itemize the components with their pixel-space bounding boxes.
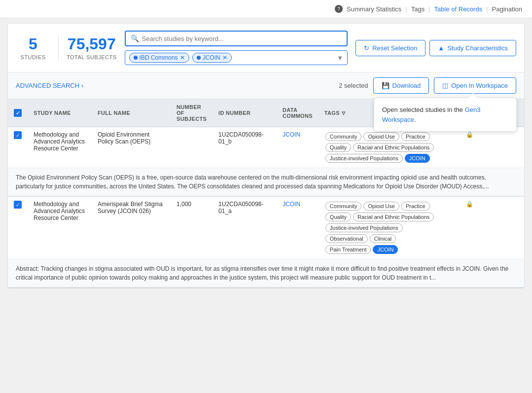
- row2-full-name: Amerispeak Brief Stigma Survey (JCOIN 02…: [92, 196, 171, 259]
- row2-tags-cell: Community Opioid Use Practice Quality Ra…: [319, 196, 444, 259]
- nav-tags[interactable]: Tags: [411, 5, 425, 13]
- row1-full-name: Opioid Environment Policy Scan (OEPS): [92, 127, 171, 168]
- th-study-name-label: STUDY NAME: [34, 110, 71, 116]
- row1-tags: Community Opioid Use Practice Quality Ra…: [324, 131, 438, 164]
- tag-jcoin-1[interactable]: JCOIN: [405, 154, 430, 163]
- tag-racial-1[interactable]: Racial and Ethnic Populations: [353, 143, 434, 152]
- table-row: ✓ Methodology and Advanced Analytics Res…: [8, 127, 524, 168]
- row1-lock-icon: 🔒: [444, 127, 495, 168]
- nav-pagination[interactable]: Pagination: [492, 5, 522, 13]
- th-checkbox[interactable]: ✓: [8, 99, 28, 127]
- filter-tag-ibd-label: IBD Commons: [140, 54, 178, 61]
- workspace-icon: ◫: [442, 82, 448, 89]
- row2-data-commons[interactable]: JCOIN: [277, 196, 319, 259]
- row1-description: The Opioid Environment Policy Scan (OEPS…: [8, 168, 524, 197]
- remove-jcoin-btn[interactable]: ✕: [222, 55, 227, 61]
- th-number-of-subjects: NUMBER OF SUBJECTS: [171, 99, 213, 127]
- tag-justice-2[interactable]: Justice-involved Populations: [325, 223, 403, 232]
- filter-tag-jcoin-label: JCOIN: [203, 54, 220, 61]
- studies-label: STUDIES: [20, 54, 45, 60]
- tag-quality-1[interactable]: Quality: [325, 143, 351, 152]
- row2-study-name: Methodology and Advanced Analytics Resou…: [28, 196, 92, 259]
- study-characteristics-button[interactable]: ▲ Study Characteristics: [429, 40, 516, 56]
- help-icon: ?: [335, 5, 343, 13]
- row2-description: Abstract: Tracking changes in stigma ass…: [8, 259, 524, 288]
- select-all-checkbox[interactable]: ✓: [14, 109, 22, 117]
- studies-stat: 5 STUDIES: [16, 36, 50, 60]
- checkmark: ✓: [16, 110, 20, 116]
- tag-practice-1[interactable]: Practice: [401, 132, 430, 141]
- nav-table-of-records[interactable]: Table of Records: [434, 5, 483, 13]
- download-icon: 💾: [382, 82, 390, 89]
- tags-filter-icon[interactable]: ▿: [342, 109, 345, 117]
- tag-justice-1[interactable]: Justice-involved Populations: [325, 154, 403, 163]
- th-number-label: NUMBER OF SUBJECTS: [177, 104, 207, 122]
- download-button[interactable]: 💾 Download: [373, 77, 429, 94]
- filter-tags-row: IBD Commons ✕ JCOIN ✕ ▼: [125, 50, 348, 65]
- advanced-search-link[interactable]: ADVANCED SEARCH ›: [16, 82, 83, 89]
- row2-checkmark: ✓: [16, 202, 20, 208]
- tag-opioid-use-1[interactable]: Opioid Use: [363, 132, 399, 141]
- th-full-name-label: FULL NAME: [98, 110, 130, 116]
- th-commons-label: DATA COMMONS: [283, 107, 313, 119]
- advanced-search-arrow: ›: [81, 82, 83, 89]
- row2-tags: Community Opioid Use Practice Quality Ra…: [324, 201, 438, 255]
- row2-checkbox-cell[interactable]: ✓: [8, 196, 28, 259]
- tag-racial-2[interactable]: Racial and Ethnic Populations: [353, 213, 434, 221]
- filter-tag-dot: [134, 56, 138, 60]
- row2-checkbox[interactable]: ✓: [14, 201, 22, 209]
- nav-separator-2: |: [428, 5, 430, 13]
- tag-observational-2[interactable]: Observational: [325, 234, 368, 243]
- advanced-search-bar: ADVANCED SEARCH › 2 selected 💾 Download …: [8, 72, 524, 99]
- row1-checkmark: ✓: [16, 133, 20, 138]
- th-data-commons: DATA COMMONS: [277, 99, 319, 127]
- subjects-count: 75,597: [68, 36, 116, 53]
- top-navigation: ? Summary Statistics | Tags | Table of R…: [0, 0, 532, 18]
- tag-community-1[interactable]: Community: [325, 132, 362, 141]
- tag-opioid-use-2[interactable]: Opioid Use: [363, 202, 399, 211]
- search-filters-block: 🔍 IBD Commons ✕ JCOIN ✕ ▼: [125, 31, 348, 65]
- remove-ibd-commons-btn[interactable]: ✕: [180, 55, 185, 61]
- selected-count: 2 selected: [339, 82, 368, 89]
- search-input[interactable]: [142, 35, 342, 42]
- studies-count: 5: [29, 36, 37, 53]
- tag-community-2[interactable]: Community: [325, 202, 362, 211]
- open-workspace-button[interactable]: ◫ Open In Workspace: [434, 77, 516, 94]
- reset-icon: ↻: [364, 44, 369, 52]
- tag-pain-treatment-2[interactable]: Pain Treatment: [325, 245, 371, 254]
- table-row-description-1: The Opioid Environment Policy Scan (OEPS…: [8, 168, 524, 197]
- row1-data-commons[interactable]: JCOIN: [277, 127, 319, 168]
- row1-study-name: Methodology and Advanced Analytics Resou…: [28, 127, 92, 168]
- tag-quality-2[interactable]: Quality: [325, 213, 351, 221]
- tag-practice-2[interactable]: Practice: [401, 202, 430, 211]
- filter-tag-jcoin-dot: [197, 56, 201, 60]
- reset-selection-button[interactable]: ↻ Reset Selection: [355, 40, 426, 56]
- filter-dropdown-arrow[interactable]: ▼: [337, 54, 343, 62]
- row1-commons-link[interactable]: JCOIN: [283, 131, 300, 138]
- subjects-label: TOTAL SUBJECTS: [67, 54, 117, 60]
- filter-tag-ibd-commons[interactable]: IBD Commons ✕: [129, 53, 189, 63]
- tooltip-popup: Open selected studies in the Gen3 Worksp…: [374, 98, 517, 132]
- main-panel: 5 STUDIES 75,597 TOTAL SUBJECTS 🔍 IBD Co…: [7, 23, 525, 288]
- th-id-label: ID NUMBER: [218, 110, 250, 116]
- tag-jcoin-2[interactable]: JCOIN: [373, 245, 398, 254]
- th-full-name: FULL NAME: [92, 99, 171, 127]
- nav-summary-statistics[interactable]: Summary Statistics: [347, 5, 401, 13]
- row2-actions: [495, 196, 524, 259]
- tag-clinical-2[interactable]: Clinical: [370, 234, 396, 243]
- download-label: Download: [392, 82, 421, 89]
- filter-tag-jcoin[interactable]: JCOIN ✕: [192, 53, 232, 63]
- row1-checkbox-cell[interactable]: ✓: [8, 127, 28, 168]
- table-body: ✓ Methodology and Advanced Analytics Res…: [8, 127, 524, 288]
- row1-actions: [495, 127, 524, 168]
- stat-divider: [58, 36, 59, 60]
- table-row: ✓ Methodology and Advanced Analytics Res…: [8, 196, 524, 259]
- row1-tags-cell: Community Opioid Use Practice Quality Ra…: [319, 127, 444, 168]
- row2-num-subjects: 1,000: [171, 196, 213, 259]
- stats-search-row: 5 STUDIES 75,597 TOTAL SUBJECTS 🔍 IBD Co…: [8, 24, 524, 72]
- row2-commons-link[interactable]: JCOIN: [283, 201, 300, 208]
- table-row-description-2: Abstract: Tracking changes in stigma ass…: [8, 259, 524, 288]
- search-box[interactable]: 🔍: [125, 31, 348, 46]
- search-icon: 🔍: [131, 35, 139, 42]
- row1-checkbox[interactable]: ✓: [14, 131, 22, 139]
